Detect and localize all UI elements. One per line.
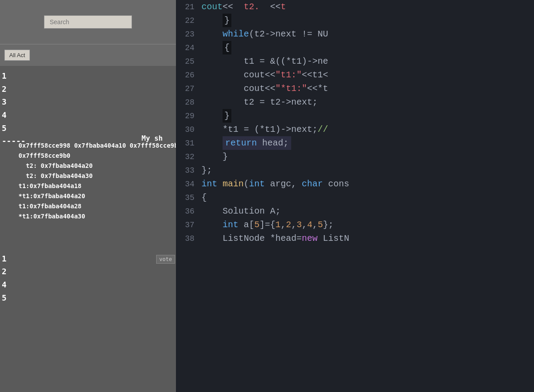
filter-button[interactable]: All Act — [4, 50, 30, 61]
code-line-38: 38 ListNode *head=new ListN — [176, 232, 534, 245]
search-input[interactable] — [44, 15, 132, 29]
my-sh-label: My sh — [142, 134, 163, 142]
top-bar — [0, 0, 176, 44]
left-panel: All Act 1 2 3 4 5 ----- 1 2 4 5 My sh 0x… — [0, 0, 176, 392]
code-line-31: 31 return head; — [176, 136, 534, 150]
code-line-27: 27 cout<<"*t1:"<<*t — [176, 82, 534, 95]
code-line-21: 21 cout<< t2. <<t — [176, 0, 534, 14]
line-numbers: 1 2 3 4 5 ----- 1 2 4 5 — [2, 69, 15, 304]
code-area: 21 cout<< t2. <<t 22 } 23 while(t2->next… — [176, 0, 534, 392]
code-editor: 21 cout<< t2. <<t 22 } 23 while(t2->next… — [176, 0, 534, 392]
code-line-22: 22 } — [176, 14, 534, 27]
code-line-25: 25 t1 = &((*t1)->ne — [176, 54, 534, 68]
code-line-30: 30 *t1 = (*t1)->next;// — [176, 123, 534, 136]
code-line-36: 36 Solution A; — [176, 204, 534, 218]
code-line-35: 35 { — [176, 191, 534, 204]
output-content: My sh 0x7fff58cce998 0x7fbaba404a10 0x7f… — [18, 69, 176, 304]
code-line-37: 37 int a[5]={1,2,3,4,5}; — [176, 218, 534, 232]
debug-output: 0x7fff58cce998 0x7fbaba404a10 0x7fff58cc… — [18, 69, 176, 221]
code-line-24: 24 { — [176, 41, 534, 54]
vote-button[interactable]: vote — [156, 255, 175, 264]
code-line-29: 29 } — [176, 109, 534, 123]
code-line-28: 28 t2 = t2->next; — [176, 95, 534, 109]
code-line-26: 26 cout<<"t1:"<<t1< — [176, 68, 534, 82]
filter-bar: All Act — [0, 44, 176, 66]
code-line-34: 34 int main(int argc, char cons — [176, 177, 534, 191]
code-line-33: 33 }; — [176, 163, 534, 177]
code-line-32: 32 } — [176, 150, 534, 163]
code-line-23: 23 while(t2->next != NU — [176, 27, 534, 41]
output-area: 1 2 3 4 5 ----- 1 2 4 5 My sh 0x7fff58cc… — [0, 66, 176, 392]
